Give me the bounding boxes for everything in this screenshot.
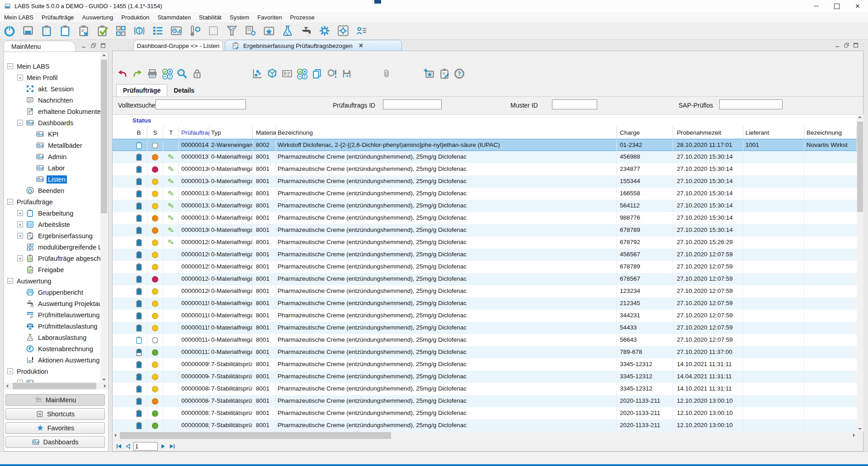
tree-expander-plus[interactable]: +: [17, 221, 23, 227]
table-row-000000131[interactable]: ✎0000001310-Materialfreigabe8001Pharmaze…: [113, 212, 857, 224]
tree-item-bearbeitung[interactable]: +Bearbeitung: [5, 207, 100, 219]
column-header-typ[interactable]: Typ: [210, 126, 253, 139]
tree-item-laborauslastung[interactable]: Laborauslastung: [5, 332, 100, 343]
tree-expander-plus[interactable]: +: [17, 255, 23, 261]
tree-expander-minus[interactable]: −: [7, 199, 13, 205]
table-row-000000119[interactable]: 0000001190-Materialfreigabe8001Pharmazeu…: [113, 297, 857, 310]
tree-item-produktion[interactable]: −Produktion: [5, 366, 100, 377]
flask-icon-button[interactable]: [281, 24, 294, 38]
sidebar-button-favorites[interactable]: Favorites: [5, 422, 105, 434]
tree-item-beenden[interactable]: Beenden: [5, 185, 100, 196]
tree-item-admin[interactable]: Admin: [5, 151, 100, 162]
tree-item-mein-labs[interactable]: −Mein LABS: [5, 61, 100, 72]
tree-expander-plus[interactable]: +: [17, 210, 23, 216]
filter-input-volltextsuche[interactable]: [156, 99, 246, 109]
tab-ergebniserfassung[interactable]: Ergebniserfassung Prüfauftragsbezogen ×: [225, 40, 402, 51]
column-header-t[interactable]: T: [163, 126, 179, 139]
tree-vertical-scrollbar[interactable]: [100, 52, 108, 382]
sidebar-button-dashboards[interactable]: Dashboards: [5, 436, 105, 448]
page-number-input[interactable]: [133, 442, 158, 451]
table-row-000000137[interactable]: ✎0000001370-Materialfreigabe8001Pharmaze…: [113, 151, 857, 163]
tree-horizontal-scrollbar[interactable]: [5, 382, 108, 390]
tree-expander-minus[interactable]: −: [7, 63, 13, 69]
column-header-probenahmezeit[interactable]: Probenahmezeit: [673, 126, 743, 139]
copy-icon-button[interactable]: [311, 67, 323, 80]
menu-favoriten[interactable]: Favoriten: [253, 14, 286, 21]
table-row-000000113[interactable]: 0000001130-Materialfreigabe8001Pharmazeu…: [113, 346, 857, 358]
maximize-icon[interactable]: [852, 42, 859, 49]
tree-item-akt-session[interactable]: akt. Session: [5, 83, 100, 94]
cubes-chart-icon-button[interactable]: [251, 67, 264, 80]
menu-prozesse[interactable]: Prozesse: [286, 14, 319, 21]
status-group-header[interactable]: Status: [132, 117, 151, 124]
tree-item-gruppenbericht[interactable]: Gruppenbericht: [5, 287, 100, 298]
tree-item-partial[interactable]: +: [5, 377, 100, 382]
table-vscrollbar-thumb[interactable]: [857, 122, 863, 212]
lock-icon-button[interactable]: [191, 67, 203, 80]
table-vertical-scrollbar[interactable]: [857, 114, 863, 432]
tree-item-dashboards[interactable]: −Dashboards: [5, 117, 100, 128]
faucet-icon-button[interactable]: [299, 24, 313, 38]
filter-input-muster-id[interactable]: [552, 99, 597, 109]
clipboard-edit-icon-button[interactable]: [438, 67, 451, 80]
menu-auswertung[interactable]: Auswertung: [78, 14, 118, 21]
tree-hscrollbar-thumb[interactable]: [13, 383, 96, 389]
paperclip-icon-button[interactable]: [380, 67, 393, 80]
structure-alert-icon-button[interactable]: [326, 67, 338, 80]
table-row-000000095[interactable]: 0000000957-Stabilitätsprüfung8001Pharmaz…: [113, 358, 857, 371]
tab-dashboard-gruppe-listen[interactable]: Dashboard-Gruppe <> - Listen: [133, 40, 223, 51]
column-header-s[interactable]: S: [147, 126, 163, 139]
tree-item-auswertung[interactable]: −Auswertung: [5, 275, 100, 287]
tree-expander-minus[interactable]: −: [17, 120, 23, 126]
tree-item-kostenabrechnung[interactable]: €Kostenabrechnung: [5, 343, 100, 354]
table-row-000000124[interactable]: 0000001240-Materialfreigabe8001Pharmazeu…: [113, 273, 857, 285]
window-maximize-button[interactable]: [826, 0, 847, 12]
folder-star-add-icon-button[interactable]: [423, 67, 436, 80]
tree-expander-minus[interactable]: −: [7, 368, 13, 374]
tree-item-mein-profil[interactable]: +Mein Profil: [5, 72, 100, 83]
tree-item-labor[interactable]: Labor: [5, 162, 100, 174]
column-header-lieferant[interactable]: Lieferant: [743, 126, 804, 139]
last-page-icon[interactable]: [168, 442, 176, 450]
user-list-icon-button[interactable]: [355, 24, 368, 38]
table-row-000000125[interactable]: 0000001250-Materialfreigabe8001Pharmazeu…: [113, 261, 857, 273]
clipboard-outline-icon-button[interactable]: [58, 24, 72, 38]
table-row-000000133[interactable]: ✎0000001330-Materialfreigabe8001Pharmaze…: [113, 188, 857, 200]
clipboard-check-icon-button[interactable]: [95, 24, 109, 38]
list2-icon-button[interactable]: [207, 24, 220, 38]
clipboard-cancel-icon-button[interactable]: [77, 24, 90, 38]
help-icon-button[interactable]: ?: [453, 67, 466, 80]
tree-item-prüfaufträge[interactable]: −Prüfaufträge: [5, 196, 100, 207]
menu-produktion[interactable]: Produktion: [117, 14, 153, 21]
clipboard-icon-button[interactable]: [40, 24, 53, 38]
table-horizontal-scrollbar[interactable]: [113, 432, 857, 439]
column-header-bezeichnung[interactable]: Bezeichnung: [276, 126, 617, 139]
tree-item-arbeitsliste[interactable]: +Arbeitsliste: [5, 219, 100, 230]
save-icon-button[interactable]: [340, 67, 353, 80]
table-row-000000134[interactable]: ✎0000001340-Materialfreigabe8001Pharmaze…: [113, 175, 857, 188]
column-header-b[interactable]: B: [113, 126, 147, 139]
table-row-000000115[interactable]: 0000001150-Materialfreigabe8001Pharmazeu…: [113, 322, 857, 334]
table-row-000000136[interactable]: ✎0000001360-Materialfreigabe8001Pharmaze…: [113, 163, 857, 175]
tree-item-freigabe[interactable]: Freigabe: [5, 264, 100, 275]
table-row-000000126[interactable]: 0000001260-Materialfreigabe8001Pharmazeu…: [113, 249, 857, 261]
table-row-000000120[interactable]: 0000001200-Materialfreigabe8001Pharmazeu…: [113, 285, 857, 297]
table-row-000000143[interactable]: 0000001432-Wareneingang8002Wirkstoff Dic…: [113, 139, 857, 151]
filter-input-sap-prüflos[interactable]: [719, 99, 783, 109]
status-set-icon-button[interactable]: [296, 67, 308, 80]
filter-input-prüfauftrags-id[interactable]: [383, 99, 442, 109]
gear-icon-button[interactable]: [318, 24, 331, 38]
float-icon[interactable]: [843, 42, 850, 49]
inner-tab-prüfaufträge[interactable]: Prüfaufträge: [116, 84, 167, 96]
window-close-button[interactable]: ×: [847, 0, 868, 12]
main-menu-panel-tab[interactable]: MainMenu: [4, 41, 76, 52]
redo-icon-button[interactable]: [131, 67, 144, 80]
table-row-000000083[interactable]: 0000000837-Stabilitätsprüfung8001Pharmaz…: [113, 407, 857, 419]
table-row-000000082[interactable]: 0000000827-Stabilitätsprüfung8001Pharmaz…: [113, 419, 857, 432]
tree-item-listen[interactable]: Listen: [5, 174, 100, 185]
first-page-icon[interactable]: [115, 442, 123, 450]
inner-tab-details[interactable]: Details: [167, 84, 201, 96]
workstation-icon-button[interactable]: [21, 24, 35, 38]
tree-item-nachrichten[interactable]: Nachrichten: [5, 94, 100, 106]
dashboard-clock-icon-button[interactable]: [170, 24, 183, 38]
